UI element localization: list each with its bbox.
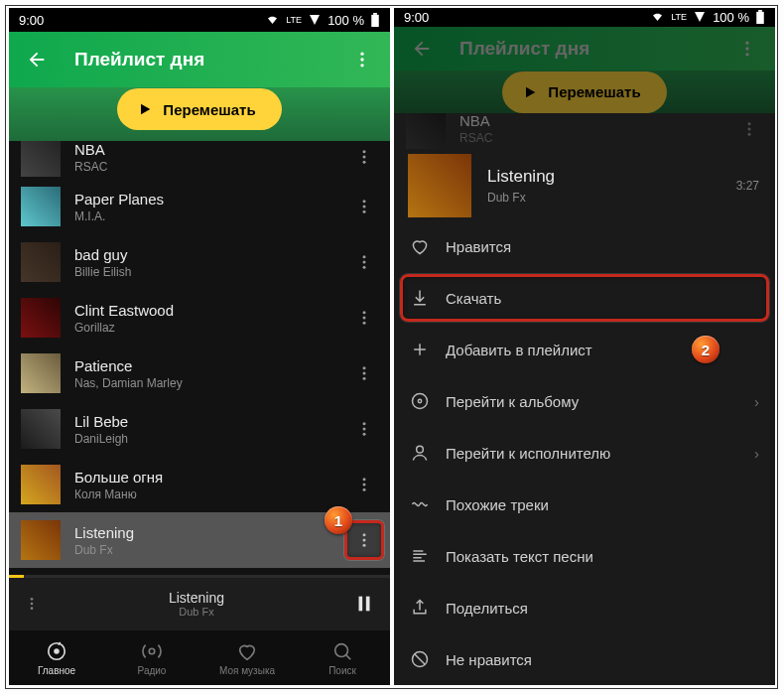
track-more-button[interactable] [346, 300, 382, 336]
track-row[interactable]: bad guyBillie Eilish [9, 234, 390, 290]
svg-point-40 [745, 41, 748, 44]
svg-point-18 [363, 372, 366, 375]
svg-point-35 [54, 648, 60, 654]
svg-point-47 [418, 399, 421, 402]
nav-mymusic[interactable]: Моя музыка [199, 630, 295, 685]
menu-go-to-album[interactable]: Перейти к альбому › [394, 375, 775, 427]
lyrics-icon [410, 546, 430, 566]
wave-icon [410, 494, 430, 514]
now-playing-info: Listening Dub Fx [49, 590, 344, 618]
track-more-button[interactable] [346, 522, 382, 558]
svg-point-27 [363, 539, 366, 542]
battery-icon [370, 13, 380, 28]
banner: Перемешать [9, 87, 390, 141]
svg-point-22 [363, 433, 366, 436]
progress-bar[interactable] [9, 575, 390, 578]
radio-icon [141, 640, 163, 662]
track-row[interactable]: PatienceNas, Damian Marley [9, 346, 390, 401]
track-row[interactable]: Больше огняКоля Маню [9, 457, 390, 512]
heart-icon [236, 640, 258, 662]
track-more-button[interactable] [346, 141, 382, 175]
status-battery: 100 % [327, 13, 364, 28]
track-more-button[interactable] [346, 189, 382, 224]
context-menu: Нравится Скачать Добавить в плейлист 2 П… [394, 220, 775, 685]
nav-home[interactable]: Главное [9, 630, 104, 685]
track-row[interactable]: Clint EastwoodGorillaz [9, 290, 390, 346]
svg-point-31 [31, 607, 34, 610]
svg-point-42 [745, 53, 748, 56]
svg-point-44 [748, 127, 751, 130]
svg-point-5 [363, 150, 366, 153]
shuffle-button[interactable]: Перемешать [502, 71, 666, 113]
nav-radio[interactable]: Радио [104, 630, 199, 685]
svg-point-23 [363, 478, 366, 481]
svg-point-6 [363, 156, 366, 159]
menu-share[interactable]: Поделиться [394, 582, 775, 633]
svg-point-2 [360, 53, 363, 56]
svg-point-20 [363, 422, 366, 425]
svg-point-7 [363, 161, 366, 164]
svg-point-3 [360, 58, 363, 61]
page-title: Плейлист дня [459, 38, 727, 60]
home-icon [46, 640, 67, 662]
shuffle-label: Перемешать [548, 83, 640, 100]
plus-icon [410, 340, 430, 359]
banner: Перемешать [394, 70, 775, 113]
back-button[interactable] [17, 40, 57, 79]
svg-point-25 [363, 488, 366, 491]
nav-search[interactable]: Поиск [295, 630, 390, 685]
status-time: 9:00 [404, 10, 429, 25]
svg-rect-38 [756, 12, 764, 24]
svg-rect-33 [366, 597, 370, 612]
track-row: NBARSAC [394, 113, 775, 151]
shuffle-label: Перемешать [163, 101, 255, 118]
menu-go-to-artist[interactable]: Перейти к исполнителю › [394, 427, 775, 479]
track-row[interactable]: NBARSAC [9, 141, 390, 179]
menu-show-lyrics[interactable]: Показать текст песни [394, 530, 775, 582]
menu-similar-tracks[interactable]: Похожие треки [394, 479, 775, 530]
track-more-button[interactable] [346, 411, 382, 447]
chevron-right-icon: › [754, 445, 759, 462]
svg-point-46 [413, 394, 428, 409]
track-list: NBARSAC Paper PlanesM.I.A. bad guyBillie… [9, 141, 390, 575]
svg-point-9 [363, 206, 366, 208]
back-button[interactable] [402, 29, 442, 69]
album-art [408, 154, 471, 217]
menu-dislike[interactable]: Не нравится [394, 633, 775, 685]
play-icon [137, 101, 153, 117]
header-more-button[interactable] [342, 40, 382, 79]
track-row[interactable]: Lil BebeDaniLeigh [9, 401, 390, 457]
phone-screen-right: 9:00 LTE 100 % Плейлист дня Перемешать [394, 8, 775, 685]
status-bar: 9:00 LTE 100 % [394, 8, 775, 27]
search-icon [331, 640, 353, 662]
svg-point-30 [31, 603, 34, 606]
menu-add-to-playlist[interactable]: Добавить в плейлист 2 [394, 324, 775, 375]
album-art [21, 141, 61, 177]
artist-icon [410, 443, 430, 463]
svg-point-45 [748, 132, 751, 135]
shuffle-button[interactable]: Перемешать [117, 88, 281, 130]
album-art [21, 242, 61, 282]
now-playing-more-button[interactable] [15, 596, 49, 612]
track-duration: 3:27 [736, 179, 759, 193]
track-more-button[interactable] [346, 244, 382, 280]
battery-icon [755, 10, 765, 25]
now-playing-bar[interactable]: Listening Dub Fx [9, 578, 390, 629]
block-icon [410, 649, 430, 669]
menu-like[interactable]: Нравится [394, 220, 775, 272]
track-more-button[interactable] [346, 355, 382, 391]
track-row[interactable]: ListeningDub Fx 1 [9, 512, 390, 568]
svg-rect-1 [373, 13, 377, 15]
svg-point-8 [363, 200, 366, 203]
pause-button[interactable] [344, 593, 384, 615]
signal-icon [693, 11, 707, 23]
menu-download[interactable]: Скачать [394, 272, 775, 324]
svg-point-14 [363, 311, 366, 314]
header-more-button[interactable] [727, 29, 767, 69]
track-row[interactable]: Paper PlanesM.I.A. [9, 179, 390, 234]
track-more-button[interactable] [346, 467, 382, 502]
album-art [21, 465, 61, 504]
app-header: Плейлист дня [394, 27, 775, 70]
wifi-icon [650, 11, 665, 23]
svg-point-26 [363, 533, 366, 536]
